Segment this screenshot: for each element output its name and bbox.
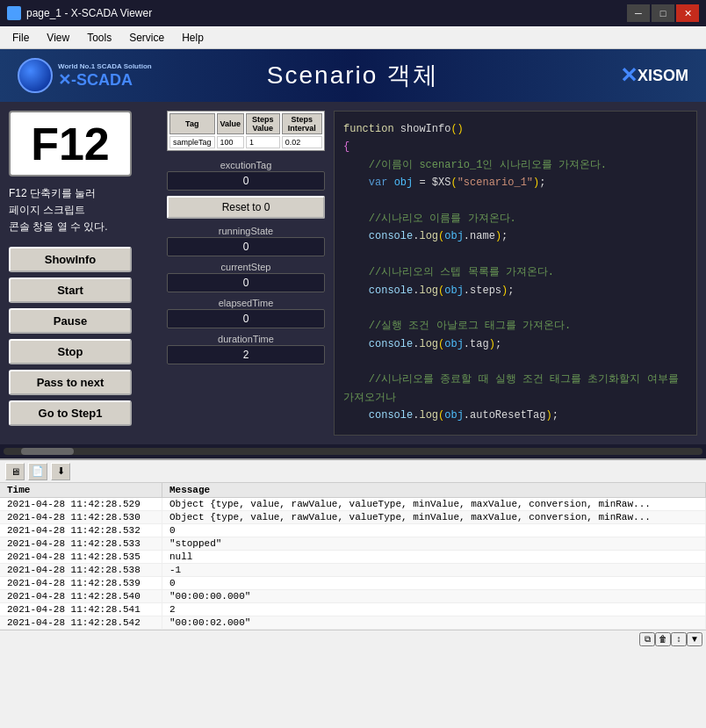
minimize-button[interactable]: ─ xyxy=(627,4,650,22)
menu-help[interactable]: Help xyxy=(173,30,213,46)
code-line-10: console.log(obj.steps); xyxy=(343,282,688,299)
tag-steps-interval-cell: 0.02 xyxy=(282,136,322,148)
code-line-8 xyxy=(343,246,688,263)
code-line-2: { xyxy=(343,138,688,155)
download-icon-button[interactable]: ⬇ xyxy=(51,463,70,480)
current-step-group: currentStep 0 xyxy=(167,262,325,292)
logo-tagline: World No.1 SCADA Solution xyxy=(58,62,152,70)
console-message-cell: "00:00:02.000" xyxy=(162,616,705,630)
mid-panel: Tag Value Steps Value Steps Interval sam… xyxy=(167,111,325,436)
time-column-header: Time xyxy=(0,483,162,498)
code-line-9: //시나리오의 스텝 목록를 가져온다. xyxy=(343,263,688,281)
reset-button[interactable]: Reset to 0 xyxy=(167,196,325,219)
scrollbar-down-icon[interactable]: ▼ xyxy=(687,632,702,646)
tag-steps-value-cell: 1 xyxy=(246,136,280,148)
f12-description: F12 단축키를 눌러 페이지 스크립트 콘솔 창을 열 수 있다. xyxy=(9,185,158,236)
scrollbar-track[interactable] xyxy=(4,448,702,455)
console-message-cell: null xyxy=(162,551,705,564)
col-tag: Tag xyxy=(169,113,215,134)
console-time-cell: 2021-04-28 11:42:28.539 xyxy=(0,577,162,590)
code-line-1: function showInfo() xyxy=(343,120,688,138)
window-controls: ─ □ ✕ xyxy=(627,4,699,22)
console-table: Time Message 2021-04-28 11:42:28.529Obje… xyxy=(0,483,706,630)
console-message-cell: "00:00:00.000" xyxy=(162,590,705,603)
menu-view[interactable]: View xyxy=(38,30,78,46)
console-time-cell: 2021-04-28 11:42:28.530 xyxy=(0,511,162,524)
code-panel: function showInfo() { //이름이 scenario_1인 … xyxy=(334,111,697,436)
stop-button[interactable]: Stop xyxy=(9,339,132,364)
console-message-cell: 2 xyxy=(162,603,705,616)
elapsed-time-label: elapsedTime xyxy=(167,298,325,308)
pass-to-next-button[interactable]: Pass to next xyxy=(9,370,132,395)
copy-status-icon[interactable]: ⧉ xyxy=(639,632,655,646)
running-state-group: runningState 0 xyxy=(167,226,325,256)
logo-area: World No.1 SCADA Solution ✕-SCADA xyxy=(18,58,152,93)
duration-time-label: durationTime xyxy=(167,334,325,344)
console-row: 2021-04-28 11:42:28.538-1 xyxy=(0,564,706,577)
code-line-7: console.log(obj.name); xyxy=(343,227,688,245)
code-line-17 xyxy=(343,425,688,436)
console-row: 2021-04-28 11:42:28.5412 xyxy=(0,603,706,616)
globe-icon xyxy=(18,58,53,93)
console-message-cell: -1 xyxy=(162,564,705,577)
tag-name-cell: sampleTag xyxy=(169,136,215,148)
showinfo-button[interactable]: ShowInfo xyxy=(9,247,132,272)
pause-button[interactable]: Pause xyxy=(9,308,132,334)
console-row: 2021-04-28 11:42:28.542"00:00:02.000" xyxy=(0,616,706,630)
duration-time-value: 2 xyxy=(167,345,325,364)
tag-table: Tag Value Steps Value Steps Interval sam… xyxy=(167,111,325,151)
code-line-3: //이름이 scenario_1인 시나리오를 가져온다. xyxy=(343,156,688,174)
clear-status-icon[interactable]: 🗑 xyxy=(655,632,671,646)
console-statusbar: ⧉ 🗑 ↕ ▼ xyxy=(0,630,706,647)
console-time-cell: 2021-04-28 11:42:28.533 xyxy=(0,537,162,551)
code-line-4: var obj = $XS("scenario_1"); xyxy=(343,174,688,191)
page-title: Scenario 객체 xyxy=(267,59,439,92)
monitor-icon-button[interactable]: 🖥 xyxy=(5,463,25,480)
console-message-cell: Object {type, value, rawValue, valueType… xyxy=(162,511,705,524)
console-toolbar: 🖥 📄 ⬇ xyxy=(0,458,706,483)
menubar: File View Tools Service Help xyxy=(0,26,706,49)
console-time-cell: 2021-04-28 11:42:28.529 xyxy=(0,498,162,511)
go-to-step1-button[interactable]: Go to Step1 xyxy=(9,400,132,426)
xisom-x-char: ✕ xyxy=(620,63,638,88)
left-panel: F12 F12 단축키를 눌러 페이지 스크립트 콘솔 창을 열 수 있다. S… xyxy=(9,111,158,436)
console-table-area: Time Message 2021-04-28 11:42:28.529Obje… xyxy=(0,483,706,630)
console-message-cell: Object {type, value, rawValue, valueType… xyxy=(162,498,705,511)
excution-tag-group: excutionTag 0 xyxy=(167,160,325,191)
console-row: 2021-04-28 11:42:28.540"00:00:00.000" xyxy=(0,590,706,603)
console-row: 2021-04-28 11:42:28.530Object {type, val… xyxy=(0,511,706,524)
console-area: 🖥 📄 ⬇ Time Message 2021-04-28 11:42:28.5… xyxy=(0,458,706,647)
horizontal-scrollbar[interactable] xyxy=(0,444,706,458)
menu-file[interactable]: File xyxy=(4,30,38,46)
console-time-cell: 2021-04-28 11:42:28.542 xyxy=(0,616,162,630)
col-steps-interval: Steps Interval xyxy=(282,113,322,134)
console-time-cell: 2021-04-28 11:42:28.541 xyxy=(0,603,162,616)
xisom-logo: ✕ XISOM xyxy=(620,63,688,88)
start-button[interactable]: Start xyxy=(9,278,132,303)
elapsed-time-value: 0 xyxy=(167,309,325,328)
xscada-brand: ✕-SCADA xyxy=(58,70,152,90)
code-line-13: console.log(obj.tag); xyxy=(343,335,688,353)
desc-line3: 콘솔 창을 열 수 있다. xyxy=(9,219,158,235)
scrollbar-thumb[interactable] xyxy=(21,448,74,455)
menu-tools[interactable]: Tools xyxy=(78,30,120,46)
console-time-cell: 2021-04-28 11:42:28.540 xyxy=(0,590,162,603)
menu-service[interactable]: Service xyxy=(120,30,173,46)
console-row: 2021-04-28 11:42:28.535null xyxy=(0,551,706,564)
file-icon-button[interactable]: 📄 xyxy=(28,463,47,480)
console-message-cell: "stopped" xyxy=(162,537,705,551)
table-row: sampleTag 100 1 0.02 xyxy=(169,136,322,148)
tag-value-cell: 100 xyxy=(217,136,245,148)
app-icon xyxy=(7,6,21,20)
elapsed-time-group: elapsedTime 0 xyxy=(167,298,325,328)
app-header: World No.1 SCADA Solution ✕-SCADA Scenar… xyxy=(0,49,706,102)
xisom-text: XISOM xyxy=(638,67,688,85)
maximize-button[interactable]: □ xyxy=(652,4,674,22)
console-row: 2021-04-28 11:42:28.5320 xyxy=(0,524,706,537)
console-row: 2021-04-28 11:42:28.5390 xyxy=(0,577,706,590)
excution-tag-value: 0 xyxy=(167,171,325,191)
close-button[interactable]: ✕ xyxy=(676,4,699,22)
scroll-status-icon[interactable]: ↕ xyxy=(671,632,687,646)
excution-tag-label: excutionTag xyxy=(167,160,325,170)
titlebar: page_1 - X-SCADA Viewer ─ □ ✕ xyxy=(0,0,706,26)
